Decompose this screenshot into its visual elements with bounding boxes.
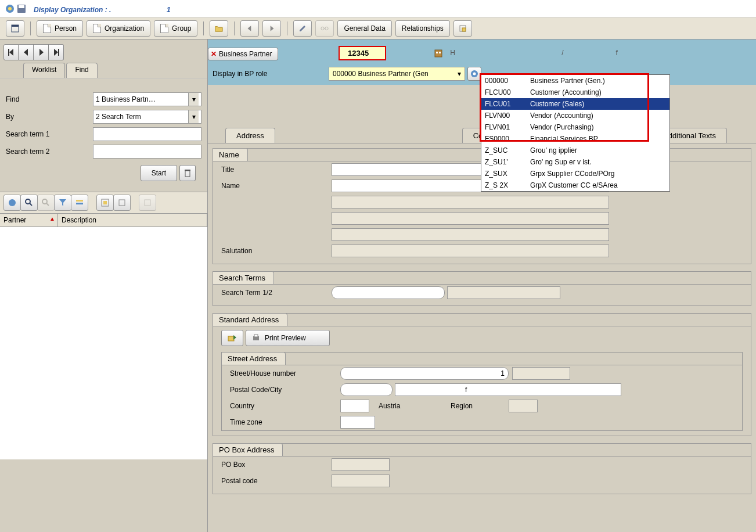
bp-label-text: Business Partner [219,50,272,58]
person-label: Person [55,24,77,33]
dropdown-item[interactable]: 000000Business Partner (Gen.) [481,75,669,87]
open-button[interactable] [210,20,228,37]
pobox-postal-input[interactable] [332,475,390,487]
bp-role-dropdown[interactable]: 000000Business Partner (Gen.)FLCU00Custo… [481,74,670,192]
layout-icon[interactable] [96,195,114,211]
find-form: Find 1 Business Partn… ▾ By 2 Search Ter… [0,79,207,192]
person-button[interactable]: Person [37,20,83,37]
relationships-label: Relationships [402,24,444,33]
svg-point-18 [42,199,47,204]
region-input[interactable] [509,400,538,412]
search-term-2-input[interactable] [93,145,201,159]
country-text: Austria [369,402,451,410]
column-description[interactable]: Description [58,214,207,227]
svg-point-7 [325,27,328,30]
svg-rect-27 [436,52,438,53]
dropdown-item[interactable]: Z_S 2XGrpX Customer CC e/SArea [481,179,669,191]
tab-find[interactable]: Find [66,63,97,78]
group-button[interactable]: Group [154,20,197,37]
dropdown-item[interactable]: Z_SU1'Gro' ng Sup er v ist. [481,156,669,168]
country-code-input[interactable] [340,400,369,412]
dropdown-item[interactable]: FS0000Financial Services BP [481,133,669,145]
timezone-input[interactable] [340,416,375,429]
column-partner[interactable]: Partner▲ [0,214,58,227]
forward-button[interactable] [262,20,281,37]
svg-rect-31 [228,336,234,341]
grid-body[interactable] [0,227,207,459]
more-icon[interactable] [139,195,156,211]
prev-button[interactable] [19,44,34,60]
glasses-button[interactable] [315,20,334,37]
name-input-4[interactable] [332,228,609,241]
name-input-2[interactable] [332,196,609,209]
name-input-3[interactable] [332,212,609,225]
street-input[interactable]: 1 [340,367,509,380]
first-button[interactable] [3,44,19,60]
window-icon-button[interactable] [6,20,24,37]
svg-rect-10 [462,28,466,31]
find-icon[interactable] [20,195,38,211]
svg-rect-33 [254,335,258,337]
postal-code-input[interactable] [340,383,393,396]
next-button[interactable] [34,44,49,60]
city-input[interactable]: f [395,383,621,396]
dropdown-item[interactable]: FLVN01Vendor (Purchasing) [481,121,669,133]
tab-worklist[interactable]: Worklist [23,63,65,78]
where-used-button[interactable] [453,20,472,37]
find-combo[interactable]: 1 Business Partn… ▾ [93,92,201,106]
export-icon[interactable] [113,195,131,211]
general-data-label: General Data [344,24,385,33]
svg-rect-11 [8,49,9,56]
dropdown-item[interactable]: FLVN00Vendor (Accounting) [481,110,669,121]
clear-button[interactable] [179,165,196,181]
salutation-input[interactable] [332,245,609,257]
by-combo[interactable]: 2 Search Term ▾ [93,110,201,124]
dropdown-icon[interactable]: ▾ [458,70,461,78]
dropdown-item[interactable]: FLCU00Customer (Accounting) [481,87,669,98]
search-term-1-label: Search term 1 [6,130,93,138]
detail-icon[interactable] [3,195,21,211]
edit-toggle-button[interactable] [293,20,312,37]
dropdown-item[interactable]: Z_SUXGrpx Supplier CCode/POrg [481,168,669,179]
organization-label: Organization [105,24,144,33]
search-term-2-field[interactable] [447,286,560,299]
business-partner-label[interactable]: ✕ Business Partner [208,48,278,60]
bp-header: ✕ Business Partner 12345 H /f [208,44,756,65]
street-label: Street/House number [230,369,340,378]
dropdown-item[interactable]: FLCU01Customer (Sales) [481,98,669,110]
postal-city-label: Postal Code/City [230,386,340,394]
svg-rect-24 [119,200,125,206]
settings-icon[interactable] [71,195,88,211]
combo-dropdown-icon[interactable]: ▾ [188,110,199,123]
toolbar-separator [30,21,31,35]
delete-icon: ✕ [211,50,217,58]
tab-address[interactable]: Address [225,128,275,143]
document-icon [160,24,168,33]
filter-icon[interactable] [54,195,71,211]
general-data-button[interactable]: General Data [337,20,391,37]
role-help-button[interactable] [467,67,481,81]
relationships-button[interactable]: Relationships [395,20,450,37]
last-button[interactable] [49,44,64,60]
print-preview-label: Print Preview [265,334,306,342]
print-preview-button[interactable]: Print Preview [246,330,330,346]
dropdown-item[interactable]: Z_SUCGrou' ng ipplier [481,145,669,156]
bp-role-field[interactable]: 000000 Business Partner (Gen ▾ [329,67,465,81]
find-next-icon[interactable] [37,195,55,211]
save-icon[interactable] [16,3,27,14]
combo-dropdown-icon[interactable]: ▾ [188,93,199,106]
name-label: Name [221,182,332,190]
svg-rect-14 [185,170,190,171]
search-term-1-field[interactable] [332,286,445,299]
svg-rect-26 [435,50,442,57]
pobox-input[interactable] [332,458,390,471]
address-expand-button[interactable] [221,330,243,346]
navigation-buttons [0,39,207,63]
house-number-input[interactable] [512,367,570,380]
svg-point-15 [9,199,16,206]
bp-number-field[interactable]: 12345 [339,46,386,60]
search-term-1-input[interactable] [93,127,201,141]
organization-button[interactable]: Organization [87,20,150,37]
start-button[interactable]: Start [141,165,177,181]
back-button[interactable] [240,20,259,37]
